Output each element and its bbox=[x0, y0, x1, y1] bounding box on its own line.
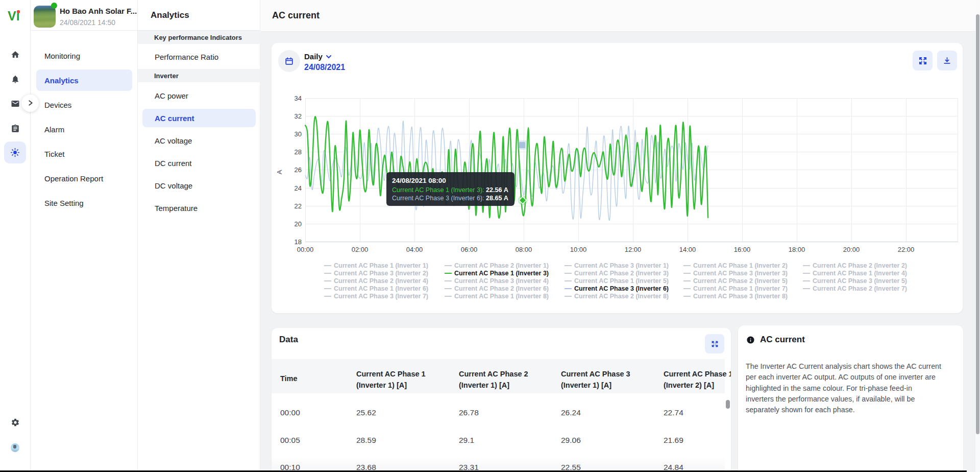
svg-text:24: 24 bbox=[295, 184, 302, 192]
svg-text:28: 28 bbox=[295, 148, 302, 156]
svg-text:10:00: 10:00 bbox=[570, 246, 587, 253]
svg-text:00:00: 00:00 bbox=[297, 246, 314, 253]
svg-text:14:00: 14:00 bbox=[679, 246, 696, 253]
svg-text:02:00: 02:00 bbox=[352, 246, 369, 253]
svg-text:04:00: 04:00 bbox=[406, 246, 423, 253]
svg-text:26: 26 bbox=[295, 166, 302, 174]
svg-text:16:00: 16:00 bbox=[734, 246, 751, 253]
svg-text:20: 20 bbox=[295, 220, 302, 228]
svg-text:22: 22 bbox=[295, 202, 302, 210]
svg-text:18: 18 bbox=[295, 238, 302, 246]
svg-text:30: 30 bbox=[295, 130, 302, 138]
svg-text:22:00: 22:00 bbox=[898, 246, 915, 253]
svg-text:08:00: 08:00 bbox=[516, 246, 532, 253]
svg-text:A: A bbox=[276, 170, 283, 174]
svg-text:06:00: 06:00 bbox=[461, 246, 478, 253]
svg-text:20:00: 20:00 bbox=[843, 246, 860, 253]
svg-text:12:00: 12:00 bbox=[625, 246, 642, 253]
svg-text:32: 32 bbox=[295, 112, 302, 120]
svg-text:34: 34 bbox=[295, 95, 302, 102]
svg-text:18:00: 18:00 bbox=[789, 246, 805, 253]
